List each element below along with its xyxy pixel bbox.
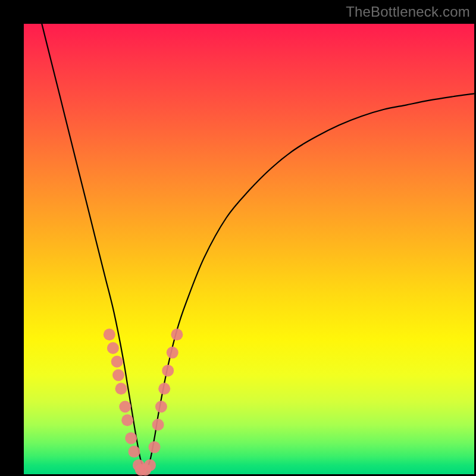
chart-svg [24,24,474,474]
scatter-dot [171,328,183,340]
scatter-dot [144,459,156,471]
scatter-dot [125,432,137,444]
scatter-dot [121,414,133,426]
scatter-dot [115,383,127,394]
bottleneck-curve [42,24,474,469]
scatter-dot [111,356,123,368]
scatter-dot [167,347,178,359]
scatter-dot [152,419,164,431]
scatter-dot [162,365,174,377]
scatter-dot [119,401,131,413]
scatter-dot [155,401,167,413]
scatter-dot [149,441,161,453]
watermark-text: TheBottleneck.com [346,4,470,20]
chart-frame: TheBottleneck.com [0,0,476,476]
scatter-dot [158,383,170,394]
scatter-dot [104,328,115,340]
scatter-dot [112,369,124,381]
scatter-dot [129,446,140,458]
plot-area [24,24,474,474]
scatter-dots [104,328,183,475]
scatter-dot [107,342,119,354]
